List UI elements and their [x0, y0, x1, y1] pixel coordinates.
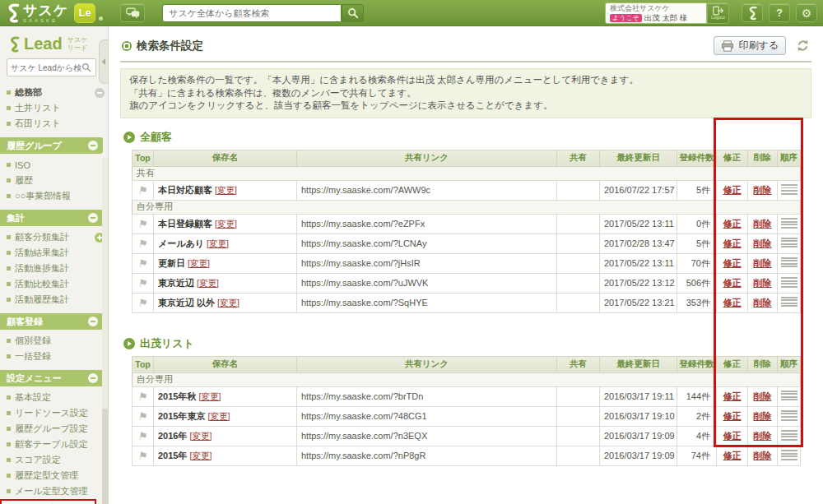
- sidebar-item-iso[interactable]: ISO: [0, 157, 108, 173]
- global-search-input[interactable]: [162, 4, 342, 22]
- drag-handle-icon[interactable]: [781, 184, 797, 195]
- flag-icon[interactable]: ⚑: [137, 218, 149, 230]
- change-link[interactable]: [変更]: [217, 298, 239, 307]
- sidebar-scrollbar[interactable]: [102, 158, 108, 504]
- drag-handle-icon[interactable]: [781, 277, 797, 288]
- sidebar-scrollbar-thumb[interactable]: [102, 409, 108, 504]
- sidebar-item-leadsource-settei[interactable]: リードソース設定: [0, 405, 108, 421]
- delete-link[interactable]: 削除: [754, 431, 772, 441]
- change-link[interactable]: [変更]: [207, 238, 229, 248]
- sidebar-item-kihon-settei[interactable]: 基本設定: [0, 390, 108, 405]
- lead-logo[interactable]: Lead サスケ リード: [0, 33, 108, 58]
- sidebar-item-doi-list[interactable]: 土井リスト: [0, 100, 108, 116]
- help-button[interactable]: ?: [769, 3, 790, 22]
- description-line: 旗のアイコンをクリックすると、該当する顧客一覧をトップページに表示させることがで…: [129, 99, 802, 113]
- sidebar-item-rireki[interactable]: 履歴: [0, 173, 108, 188]
- sidebar-item-katsudou-hikaku-shukei[interactable]: 活動比較集計: [0, 276, 108, 292]
- change-link[interactable]: [変更]: [188, 258, 210, 268]
- delete-link[interactable]: 削除: [754, 451, 772, 460]
- sidebar-item-soumubu[interactable]: 総務部: [0, 85, 108, 100]
- sidebar-item-kokyaku-table-settei[interactable]: 顧客テーブル設定: [0, 437, 108, 452]
- drag-handle-icon[interactable]: [781, 391, 797, 401]
- drag-handle-icon[interactable]: [781, 450, 797, 460]
- saaske-home-button[interactable]: [742, 3, 763, 22]
- flag-icon[interactable]: ⚑: [137, 450, 149, 462]
- print-button[interactable]: 印刷する: [714, 36, 786, 55]
- flag-icon[interactable]: ⚑: [137, 184, 149, 197]
- delete-link[interactable]: 削除: [754, 219, 772, 229]
- sidebar-item-katsudou-shinchoku-shukei[interactable]: 活動進捗集計: [0, 261, 108, 276]
- logout-button[interactable]: Logout: [707, 2, 729, 24]
- sidebar-item-kensaku-jouken-settei[interactable]: 検索条件設定: [0, 499, 96, 504]
- collapse-minus-icon[interactable]: [95, 88, 105, 98]
- sidebar-header-shukei[interactable]: 集計: [0, 210, 103, 226]
- change-link[interactable]: [変更]: [207, 411, 230, 421]
- record-count: 2件: [677, 406, 717, 426]
- refresh-button[interactable]: [796, 39, 810, 53]
- change-link[interactable]: [変更]: [215, 185, 237, 195]
- delete-link[interactable]: 削除: [754, 258, 772, 268]
- sidebar-item-mail-teikeibun-kanri[interactable]: メール定型文管理: [0, 483, 108, 499]
- drag-handle-icon[interactable]: [781, 430, 797, 441]
- sidebar-header-kokyaku-touroku[interactable]: 顧客登録: [0, 313, 103, 330]
- sidebar-search-input[interactable]: [11, 63, 81, 72]
- flag-icon[interactable]: ⚑: [137, 277, 149, 289]
- delete-link[interactable]: 削除: [754, 411, 772, 421]
- flag-icon[interactable]: ⚑: [137, 257, 149, 270]
- sidebar-item-rireki-teikeibun-kanri[interactable]: 履歴定型文管理: [0, 468, 108, 483]
- bullet-icon: [7, 458, 11, 462]
- edit-link[interactable]: 修正: [723, 258, 742, 268]
- drag-handle-icon[interactable]: [781, 218, 797, 229]
- sidebar-item-ikkatsu-touroku[interactable]: 一括登録: [0, 349, 108, 364]
- flag-icon[interactable]: ⚑: [137, 297, 149, 309]
- edit-link[interactable]: 修正: [723, 391, 742, 401]
- drag-handle-icon[interactable]: [781, 238, 797, 248]
- table-row: ⚑ 東京近辺 以外[変更] https://my.saaske.com/?SqH…: [133, 293, 801, 312]
- sidebar-item-katsudou-kekka-shukei[interactable]: 活動結果集計: [0, 245, 108, 261]
- delete-link[interactable]: 削除: [754, 298, 772, 307]
- edit-link[interactable]: 修正: [723, 431, 742, 441]
- edit-link[interactable]: 修正: [723, 278, 742, 288]
- change-link[interactable]: [変更]: [215, 219, 237, 229]
- edit-link[interactable]: 修正: [723, 219, 742, 229]
- drag-handle-icon[interactable]: [781, 257, 797, 268]
- sidebar-item-katsudou-rireki-shukei[interactable]: 活動履歴集計: [0, 292, 108, 307]
- change-link[interactable]: [変更]: [189, 431, 212, 441]
- settings-button[interactable]: ⚙: [796, 3, 817, 22]
- change-link[interactable]: [変更]: [198, 391, 221, 401]
- edit-link[interactable]: 修正: [723, 451, 742, 460]
- sidebar-item-rireki-group-settei[interactable]: 履歴グループ設定: [0, 421, 108, 437]
- sidebar-item-ishida-list[interactable]: 石田リスト: [0, 116, 108, 132]
- delete-link[interactable]: 削除: [754, 391, 772, 401]
- lead-app-badge[interactable]: Le: [74, 3, 95, 23]
- flag-icon[interactable]: ⚑: [137, 430, 149, 442]
- sidebar-header-history-group[interactable]: 履歴グループ: [0, 137, 103, 154]
- sidebar-collapse-handle[interactable]: [99, 39, 108, 84]
- change-link[interactable]: [変更]: [197, 278, 219, 288]
- drag-handle-icon[interactable]: [781, 410, 797, 421]
- sidebar-header-settei-menu[interactable]: 設定メニュー: [0, 370, 103, 386]
- drag-handle-icon[interactable]: [781, 297, 797, 307]
- arrow-circle-icon: [123, 338, 135, 349]
- flag-icon[interactable]: ⚑: [137, 238, 149, 250]
- delete-link[interactable]: 削除: [754, 278, 772, 288]
- flag-icon[interactable]: ⚑: [137, 410, 149, 423]
- sidebar-item-kokyaku-bunrui-shukei[interactable]: 顧客分類集計: [0, 229, 108, 245]
- record-count: 144件: [677, 386, 717, 406]
- delete-link[interactable]: 削除: [754, 185, 772, 195]
- change-link[interactable]: [変更]: [189, 451, 212, 460]
- lead-swoosh-icon: [8, 35, 21, 53]
- global-search-button[interactable]: [342, 4, 364, 22]
- edit-link[interactable]: 修正: [723, 185, 742, 195]
- chat-button[interactable]: [120, 3, 145, 22]
- sidebar-item-kobetsu-touroku[interactable]: 個別登録: [0, 333, 108, 349]
- sidebar-item-score-settei[interactable]: スコア設定: [0, 452, 108, 468]
- delete-link[interactable]: 削除: [754, 238, 772, 248]
- edit-link[interactable]: 修正: [723, 298, 742, 307]
- table-row: ⚑ 東京近辺[変更] https://my.saaske.com/?uJWVK …: [133, 273, 801, 293]
- edit-link[interactable]: 修正: [723, 411, 742, 421]
- app-logo[interactable]: サスケ SAASKE: [6, 3, 68, 23]
- flag-icon[interactable]: ⚑: [137, 391, 149, 403]
- sidebar-item-jigyoubu-info[interactable]: ○○事業部情報: [0, 188, 108, 204]
- edit-link[interactable]: 修正: [723, 238, 742, 248]
